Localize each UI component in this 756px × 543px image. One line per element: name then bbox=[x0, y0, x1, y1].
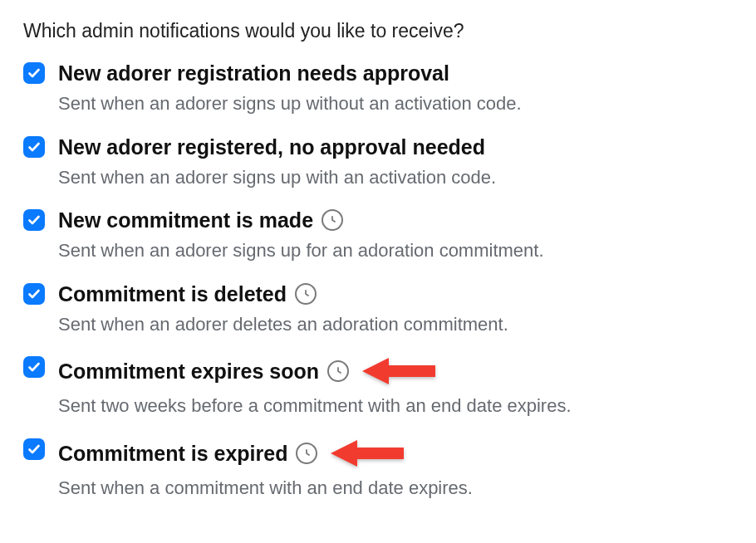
option-title-line: New adorer registration needs approval bbox=[58, 61, 733, 86]
option-title: New commitment is made bbox=[58, 208, 313, 232]
arrow-annotation-icon bbox=[362, 355, 437, 388]
option-row: New adorer registered, no approval neede… bbox=[23, 135, 733, 190]
svg-marker-1 bbox=[331, 440, 404, 467]
option-body: Commitment is expired Sent when a commit… bbox=[58, 437, 733, 501]
option-title: Commitment is deleted bbox=[58, 281, 287, 306]
option-title-line: New adorer registered, no approval neede… bbox=[58, 135, 733, 159]
checkbox[interactable] bbox=[23, 438, 45, 460]
option-row: Commitment is deleted Sent when an adore… bbox=[23, 281, 733, 337]
option-body: New adorer registration needs approval S… bbox=[58, 61, 733, 116]
clock-icon bbox=[296, 443, 317, 464]
option-body: Commitment is deleted Sent when an adore… bbox=[58, 281, 733, 337]
svg-marker-0 bbox=[362, 358, 435, 384]
arrow-annotation-icon bbox=[331, 437, 405, 470]
option-body: Commitment expires soon Sent two weeks b… bbox=[58, 355, 733, 418]
checkmark-icon bbox=[27, 140, 41, 154]
clock-icon bbox=[327, 360, 349, 382]
checkmark-icon bbox=[27, 287, 41, 301]
option-title: New adorer registered, no approval neede… bbox=[58, 135, 485, 159]
option-body: New adorer registered, no approval neede… bbox=[58, 135, 733, 190]
option-description: Sent when an adorer deletes an adoration… bbox=[58, 313, 733, 337]
checkbox[interactable] bbox=[23, 283, 45, 305]
option-title-line: Commitment expires soon bbox=[58, 355, 733, 388]
checkmark-icon bbox=[27, 360, 41, 374]
checkbox[interactable] bbox=[23, 356, 45, 378]
checkbox[interactable] bbox=[23, 209, 45, 231]
option-title: Commitment expires soon bbox=[58, 359, 319, 384]
checkmark-icon bbox=[27, 66, 41, 80]
clock-icon bbox=[322, 209, 343, 231]
checkbox[interactable] bbox=[23, 136, 45, 158]
option-description: Sent when an adorer signs up without an … bbox=[58, 92, 733, 116]
option-title-line: New commitment is made bbox=[58, 208, 733, 232]
option-description: Sent when a commitment with an end date … bbox=[58, 477, 733, 501]
checkmark-icon bbox=[27, 443, 41, 456]
option-description: Sent when an adorer signs up for an ador… bbox=[58, 239, 733, 263]
question-heading: Which admin notifications would you like… bbox=[23, 20, 733, 42]
checkmark-icon bbox=[27, 213, 41, 227]
checkbox[interactable] bbox=[23, 62, 45, 84]
option-title: Commitment is expired bbox=[58, 441, 287, 466]
option-title-line: Commitment is expired bbox=[58, 437, 733, 470]
option-description: Sent when an adorer signs up with an act… bbox=[58, 166, 733, 190]
option-description: Sent two weeks before a commitment with … bbox=[58, 394, 733, 418]
option-row: Commitment is expired Sent when a commit… bbox=[23, 437, 733, 501]
option-title-line: Commitment is deleted bbox=[58, 281, 733, 306]
option-title: New adorer registration needs approval bbox=[58, 61, 449, 86]
option-row: New adorer registration needs approval S… bbox=[23, 61, 733, 116]
clock-icon bbox=[295, 283, 317, 305]
option-row: New commitment is made Sent when an ador… bbox=[23, 208, 733, 263]
option-body: New commitment is made Sent when an ador… bbox=[58, 208, 733, 263]
options-list: New adorer registration needs approval S… bbox=[23, 61, 733, 501]
option-row: Commitment expires soon Sent two weeks b… bbox=[23, 355, 733, 418]
